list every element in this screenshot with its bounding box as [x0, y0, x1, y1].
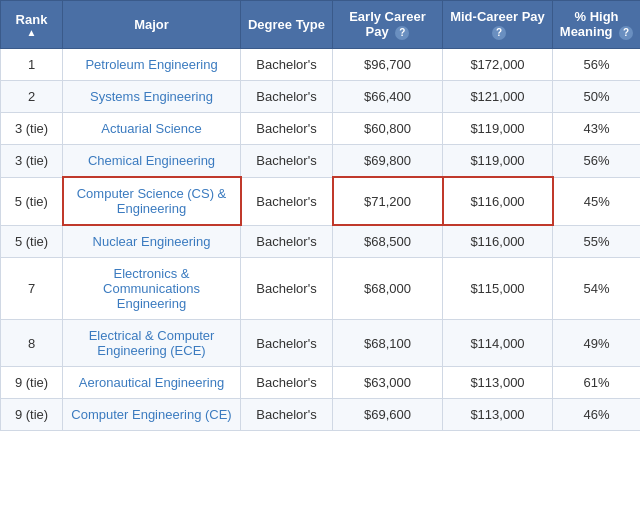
- rank-cell: 3 (tie): [1, 145, 63, 178]
- mid-career-label: Mid-Career Pay: [450, 9, 545, 24]
- mid-career-cell: $121,000: [443, 81, 553, 113]
- table-row: 8Electrical & Computer Engineering (ECE)…: [1, 320, 641, 367]
- high-meaning-cell: 56%: [553, 145, 641, 178]
- table-row: 9 (tie)Aeronautical EngineeringBachelor'…: [1, 367, 641, 399]
- rank-cell: 5 (tie): [1, 177, 63, 225]
- table-row: 3 (tie)Chemical EngineeringBachelor's$69…: [1, 145, 641, 178]
- high-meaning-cell: 56%: [553, 49, 641, 81]
- major-cell: Chemical Engineering: [63, 145, 241, 178]
- table-row: 3 (tie)Actuarial ScienceBachelor's$60,80…: [1, 113, 641, 145]
- mid-career-cell: $119,000: [443, 113, 553, 145]
- table-row: 5 (tie)Computer Science (CS) & Engineeri…: [1, 177, 641, 225]
- degree-cell: Bachelor's: [241, 225, 333, 258]
- degree-cell: Bachelor's: [241, 49, 333, 81]
- degree-cell: Bachelor's: [241, 367, 333, 399]
- high-meaning-cell: 61%: [553, 367, 641, 399]
- rank-cell: 5 (tie): [1, 225, 63, 258]
- table-row: 1Petroleum EngineeringBachelor's$96,700$…: [1, 49, 641, 81]
- major-cell: Nuclear Engineering: [63, 225, 241, 258]
- major-cell: Petroleum Engineering: [63, 49, 241, 81]
- high-meaning-cell: 55%: [553, 225, 641, 258]
- degree-cell: Bachelor's: [241, 258, 333, 320]
- high-meaning-info-icon[interactable]: ?: [619, 26, 633, 40]
- sort-arrow-icon: ▲: [7, 27, 56, 38]
- major-cell: Actuarial Science: [63, 113, 241, 145]
- rank-header[interactable]: Rank ▲: [1, 1, 63, 49]
- major-cell: Electronics & Communications Engineering: [63, 258, 241, 320]
- early-career-cell: $68,100: [333, 320, 443, 367]
- early-career-cell: $60,800: [333, 113, 443, 145]
- major-cell: Systems Engineering: [63, 81, 241, 113]
- rank-cell: 7: [1, 258, 63, 320]
- major-label: Major: [134, 17, 169, 32]
- high-meaning-label: % High Meaning: [560, 9, 619, 39]
- major-cell: Computer Science (CS) & Engineering: [63, 177, 241, 225]
- major-cell: Aeronautical Engineering: [63, 367, 241, 399]
- high-meaning-cell: 43%: [553, 113, 641, 145]
- major-cell: Computer Engineering (CE): [63, 399, 241, 431]
- high-meaning-header: % High Meaning ?: [553, 1, 641, 49]
- mid-career-cell: $116,000: [443, 177, 553, 225]
- mid-career-info-icon[interactable]: ?: [492, 26, 506, 40]
- table-row: 2Systems EngineeringBachelor's$66,400$12…: [1, 81, 641, 113]
- early-career-info-icon[interactable]: ?: [395, 26, 409, 40]
- degree-type-header: Degree Type: [241, 1, 333, 49]
- mid-career-cell: $172,000: [443, 49, 553, 81]
- degree-cell: Bachelor's: [241, 399, 333, 431]
- salary-table: Rank ▲ Major Degree Type Early Career Pa…: [0, 0, 640, 431]
- mid-career-cell: $116,000: [443, 225, 553, 258]
- high-meaning-cell: 45%: [553, 177, 641, 225]
- major-header: Major: [63, 1, 241, 49]
- mid-career-cell: $115,000: [443, 258, 553, 320]
- early-career-label: Early Career Pay: [349, 9, 426, 39]
- degree-cell: Bachelor's: [241, 320, 333, 367]
- high-meaning-cell: 50%: [553, 81, 641, 113]
- early-career-cell: $69,800: [333, 145, 443, 178]
- rank-cell: 9 (tie): [1, 399, 63, 431]
- high-meaning-cell: 49%: [553, 320, 641, 367]
- early-career-cell: $96,700: [333, 49, 443, 81]
- early-career-header: Early Career Pay ?: [333, 1, 443, 49]
- rank-cell: 9 (tie): [1, 367, 63, 399]
- early-career-cell: $68,500: [333, 225, 443, 258]
- degree-cell: Bachelor's: [241, 113, 333, 145]
- mid-career-cell: $119,000: [443, 145, 553, 178]
- early-career-cell: $68,000: [333, 258, 443, 320]
- mid-career-header: Mid-Career Pay ?: [443, 1, 553, 49]
- early-career-cell: $66,400: [333, 81, 443, 113]
- degree-cell: Bachelor's: [241, 145, 333, 178]
- early-career-cell: $69,600: [333, 399, 443, 431]
- high-meaning-cell: 54%: [553, 258, 641, 320]
- degree-cell: Bachelor's: [241, 177, 333, 225]
- mid-career-cell: $113,000: [443, 367, 553, 399]
- early-career-cell: $63,000: [333, 367, 443, 399]
- rank-cell: 8: [1, 320, 63, 367]
- rank-cell: 2: [1, 81, 63, 113]
- table-row: 9 (tie)Computer Engineering (CE)Bachelor…: [1, 399, 641, 431]
- table-row: 5 (tie)Nuclear EngineeringBachelor's$68,…: [1, 225, 641, 258]
- rank-cell: 1: [1, 49, 63, 81]
- high-meaning-cell: 46%: [553, 399, 641, 431]
- early-career-cell: $71,200: [333, 177, 443, 225]
- degree-type-label: Degree Type: [248, 17, 325, 32]
- rank-cell: 3 (tie): [1, 113, 63, 145]
- mid-career-cell: $114,000: [443, 320, 553, 367]
- mid-career-cell: $113,000: [443, 399, 553, 431]
- major-cell: Electrical & Computer Engineering (ECE): [63, 320, 241, 367]
- degree-cell: Bachelor's: [241, 81, 333, 113]
- rank-label: Rank: [16, 12, 48, 27]
- table-row: 7Electronics & Communications Engineerin…: [1, 258, 641, 320]
